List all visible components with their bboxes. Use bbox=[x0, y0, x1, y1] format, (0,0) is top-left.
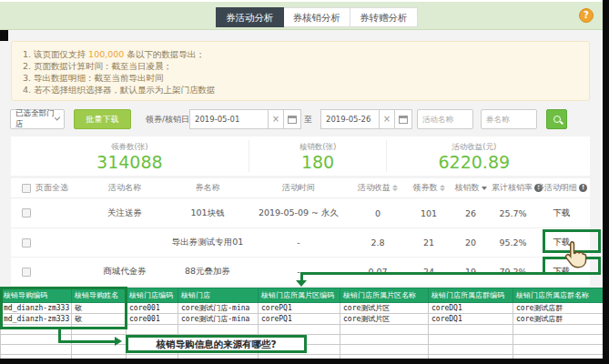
download-link[interactable]: 下载 bbox=[534, 207, 589, 219]
col-activity-time: 活动时间 bbox=[249, 182, 348, 194]
date-start-calendar-button[interactable] bbox=[284, 109, 301, 129]
received-count: 21 bbox=[408, 238, 450, 248]
frame-edge-right bbox=[603, 0, 609, 364]
info-icon[interactable]: ! bbox=[579, 184, 587, 192]
store-select-value: 已选全部门店 bbox=[15, 108, 56, 130]
annotation-line-horizontal bbox=[300, 272, 544, 275]
sort-icon bbox=[440, 185, 445, 191]
select-all-cell: 页面全选 bbox=[11, 182, 84, 194]
help-icon[interactable]: ? bbox=[579, 8, 594, 23]
calendar-icon bbox=[399, 116, 408, 124]
table-header-row: 页面全选 活动名称 券名称 活动时间 活动收益 领券数 核销数 累计核销率! 券… bbox=[11, 178, 590, 198]
date-end-clear-icon[interactable]: × bbox=[380, 109, 395, 129]
redeem-rate: 95.2% bbox=[492, 238, 534, 248]
activity-time: 2019-05-09 ~ 永久 bbox=[249, 207, 348, 219]
coupon-name: 导出券测试专用01 bbox=[166, 237, 249, 248]
frame-edge-notch bbox=[0, 30, 8, 41]
batch-download-button[interactable]: 批量下载 bbox=[74, 109, 131, 129]
analysis-tabs: 券活动分析 券核销分析 券转赠分析 bbox=[216, 7, 418, 27]
received-count: 101 bbox=[408, 208, 450, 218]
stat-value: 180 bbox=[249, 153, 387, 172]
search-icon bbox=[553, 116, 561, 123]
activity-table: 页面全选 活动名称 券名称 活动时间 活动收益 领券数 核销数 累计核销率! 券… bbox=[11, 178, 590, 286]
sheet-col-group-name: 核销门店所属店群名称 bbox=[513, 288, 604, 303]
stat-value: 6220.89 bbox=[387, 153, 561, 172]
arrow-down-icon bbox=[296, 280, 307, 287]
notice-line-3: 3. 导出数据明细：截至当前导出时间 bbox=[23, 72, 578, 84]
select-all-checkbox[interactable] bbox=[22, 184, 31, 193]
notice-line-2: 2. 页面数据计算时间：截至当日凌晨； bbox=[23, 60, 578, 72]
notice-line-1: 1. 该页面仅支持 100,000 条以下的数据导出； bbox=[23, 48, 578, 60]
table-row: 导出券测试专用01 - 2.8 21 20 95.2% 下载 bbox=[11, 228, 590, 257]
date-end-calendar-button[interactable] bbox=[395, 109, 412, 129]
select-all-label: 页面全选 bbox=[36, 182, 68, 194]
sheet-cell: core测试片区 bbox=[340, 314, 429, 325]
col-activity-name: 活动名称 bbox=[84, 182, 166, 194]
sheet-cell: core测试店群 bbox=[513, 303, 604, 314]
sheet-col-store-code: 核销门店编码 bbox=[127, 288, 178, 303]
sheet-col-region-name: 核销门店所属片区名称 bbox=[340, 288, 429, 303]
activity-name-input[interactable] bbox=[417, 109, 473, 129]
date-end-group: 2019-05-26 × bbox=[320, 109, 412, 129]
sheet-cell: core测试门店-mina bbox=[178, 303, 259, 314]
col-coupon-name: 券名称 bbox=[166, 182, 249, 194]
activity-time: - bbox=[249, 238, 348, 248]
hand-cursor-icon bbox=[563, 239, 590, 274]
notice-limit-highlight: 100,000 bbox=[88, 49, 124, 59]
main-content: 1. 该页面仅支持 100,000 条以下的数据导出； 2. 页面数据计算时间：… bbox=[0, 30, 603, 288]
date-start-input[interactable]: 2019-05-01 bbox=[189, 109, 269, 129]
tab-coupon-transfer-analysis[interactable]: 券转赠分析 bbox=[350, 7, 418, 27]
tab-coupon-redeem-analysis[interactable]: 券核销分析 bbox=[284, 7, 351, 27]
col-cumulative-rate: 累计核销率! bbox=[492, 182, 534, 194]
redeem-rate: 25.7% bbox=[492, 208, 534, 218]
sheet-cell: coreDQ1 bbox=[429, 303, 513, 314]
stat-coupons-redeemed: 核销数(张) 180 bbox=[249, 140, 388, 172]
sheet-col-group-code: 核销门店所属店群编码 bbox=[429, 288, 513, 303]
top-tab-bar: 券活动分析 券核销分析 券转赠分析 ? bbox=[0, 2, 603, 30]
frame-edge-bottom bbox=[0, 359, 609, 364]
sheet-cell: core测试门店-mina bbox=[178, 314, 259, 325]
col-activity-revenue-sort[interactable]: 活动收益 bbox=[348, 182, 408, 194]
notice-line-4: 4. 若不选择组织选择器，默认显示为上架门店数据 bbox=[23, 84, 578, 96]
tab-coupon-activity-analysis[interactable]: 券活动分析 bbox=[216, 7, 284, 27]
row-checkbox[interactable] bbox=[22, 268, 31, 277]
date-start-clear-icon[interactable]: × bbox=[269, 109, 284, 129]
activity-revenue: 0 bbox=[348, 208, 408, 218]
search-button[interactable] bbox=[546, 109, 567, 129]
row-checkbox[interactable] bbox=[22, 238, 31, 248]
sheet-cell: core001 bbox=[127, 314, 178, 325]
annotation-callout: 核销导购信息的来源有哪些? bbox=[126, 335, 307, 353]
activity-name: 关注送券 bbox=[84, 207, 166, 219]
annotation-line-horizontal bbox=[58, 340, 115, 343]
col-received-sort[interactable]: 领券数 bbox=[408, 182, 450, 194]
stat-value: 314088 bbox=[11, 153, 249, 172]
date-end-input[interactable]: 2019-05-26 bbox=[320, 109, 380, 129]
col-redeemed-sort[interactable]: 核销数 bbox=[450, 182, 492, 194]
activity-revenue: 2.8 bbox=[348, 238, 408, 248]
coupon-name: 101块钱 bbox=[166, 207, 249, 219]
sheet-cell: core001 bbox=[127, 303, 178, 314]
sheet-col-store: 核销门店 bbox=[178, 288, 259, 303]
sheet-cell: corePQ1 bbox=[259, 303, 340, 314]
store-select-dropdown[interactable]: 已选全部门店 bbox=[10, 109, 65, 129]
stat-activity-revenue: 活动收益(元) 6220.89 bbox=[387, 140, 561, 172]
coupon-name-input[interactable] bbox=[481, 109, 537, 129]
arrow-right-icon bbox=[115, 337, 122, 346]
sheet-col-region-code: 核销门店所属片区编码 bbox=[259, 288, 340, 303]
summary-stats-card: 领券数(张) 314088 核销数(张) 180 活动收益(元) 6220.89 bbox=[11, 136, 590, 176]
sheet-cell: core测试店群 bbox=[513, 314, 604, 325]
table-row: 关注送券 101块钱 2019-05-09 ~ 永久 0 101 26 25.7… bbox=[11, 198, 590, 228]
date-start-group: 2019-05-01 × bbox=[189, 109, 301, 129]
notice-box: 1. 该页面仅支持 100,000 条以下的数据导出； 2. 页面数据计算时间：… bbox=[11, 41, 590, 101]
sheet-cell: coreDQ1 bbox=[429, 314, 513, 325]
redeemed-count: 20 bbox=[450, 238, 492, 248]
filter-bar: 已选全部门店 批量下载 领券/核销日期 2019-05-01 × 至 2019-… bbox=[0, 109, 603, 131]
date-to-label: 至 bbox=[304, 109, 312, 129]
sort-desc-icon bbox=[482, 187, 487, 190]
coupon-name: 88元叠加券 bbox=[166, 266, 249, 278]
redeemed-count: 26 bbox=[450, 208, 492, 218]
coupon-analytics-screen: 券活动分析 券核销分析 券转赠分析 ? 1. 该页面仅支持 100,000 条以… bbox=[0, 0, 609, 364]
col-activity-detail: 券活动明细! bbox=[534, 182, 589, 194]
sheet-cell: core测试片区 bbox=[340, 303, 429, 314]
row-checkbox[interactable] bbox=[22, 208, 31, 217]
